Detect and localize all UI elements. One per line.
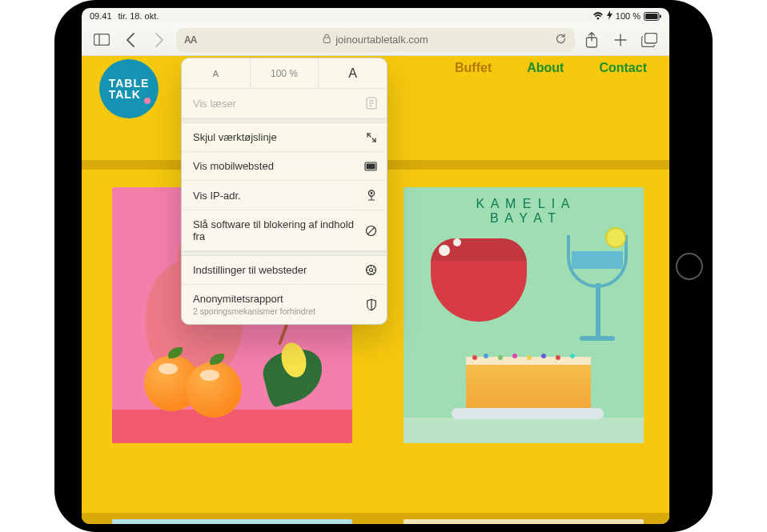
site-nav: Buffet About Contact xyxy=(455,61,647,75)
status-bar: 09.41 tir. 18. okt. 100 % xyxy=(82,8,669,24)
show-ip-row[interactable]: Vis IP-adr. xyxy=(182,181,387,210)
bowl-shine-illustration xyxy=(439,245,450,256)
site-logo[interactable]: TABLE TALK xyxy=(99,59,159,118)
sidebar-button[interactable] xyxy=(90,28,114,52)
nav-about[interactable]: About xyxy=(527,61,564,75)
show-reader-row: Vis læser xyxy=(182,89,387,118)
sprinkle-icon xyxy=(484,354,488,358)
glass-base-illustration xyxy=(580,336,615,341)
content-blockers-row[interactable]: Slå software til blokering af indhold fr… xyxy=(182,210,387,251)
card-peek-right[interactable] xyxy=(404,519,644,524)
url-text: joinourtabletalk.com xyxy=(335,34,428,46)
status-battery-text: 100 % xyxy=(616,11,641,21)
privacy-report-title: Anonymitetsrapport xyxy=(193,293,283,305)
expand-icon xyxy=(363,132,377,143)
ipad-frame: 09.41 tir. 18. okt. 100 % xyxy=(54,0,713,532)
svg-rect-3 xyxy=(94,34,110,46)
aa-button[interactable]: AA xyxy=(184,34,196,46)
lock-icon xyxy=(323,34,331,46)
hide-toolbar-label: Skjul værktøjslinje xyxy=(193,131,277,143)
svg-rect-13 xyxy=(367,163,375,169)
zoom-value: 100 % xyxy=(251,58,319,88)
status-time: 09.41 xyxy=(90,11,112,21)
safari-toolbar: AA joinourtabletalk.com xyxy=(82,24,669,56)
location-icon xyxy=(363,189,377,202)
hide-toolbar-row[interactable]: Skjul værktøjslinje xyxy=(182,123,387,152)
reader-icon xyxy=(363,97,377,110)
sprinkle-icon xyxy=(512,354,517,358)
show-ip-label: Vis IP-adr. xyxy=(193,190,241,202)
privacy-report-label: Anonymitetsrapport 2 sporingsmekanismer … xyxy=(193,293,315,316)
svg-rect-5 xyxy=(323,38,330,43)
status-date: tir. 18. okt. xyxy=(118,11,159,21)
orange-illustration xyxy=(186,362,242,418)
card-peek-left[interactable] xyxy=(112,519,352,524)
sprinkle-icon xyxy=(498,355,503,360)
svg-line-19 xyxy=(367,227,375,234)
nav-buffet[interactable]: Buffet xyxy=(455,61,492,75)
site-settings-label: Indstillinger til websteder xyxy=(193,264,307,276)
sprinkle-icon xyxy=(570,354,575,358)
svg-point-21 xyxy=(370,269,373,272)
blocker-off-icon xyxy=(363,225,377,237)
svg-rect-7 xyxy=(645,33,657,43)
zoom-in-button[interactable]: A xyxy=(319,58,387,88)
sprinkle-icon xyxy=(472,355,477,360)
glass-stem-illustration xyxy=(596,283,600,339)
screen: 09.41 tir. 18. okt. 100 % xyxy=(82,8,669,524)
sprinkle-icon xyxy=(541,354,546,358)
card-right-title: K A M E L I A B A Y A T xyxy=(404,197,644,226)
card-right[interactable]: K A M E L I A B A Y A T xyxy=(404,187,644,443)
cake-plate-illustration xyxy=(452,408,604,419)
logo-text: TABLE TALK xyxy=(109,78,150,100)
home-button[interactable] xyxy=(676,253,703,280)
privacy-report-subtitle: 2 sporingsmekanismer forhindret xyxy=(193,306,315,316)
settings-icon xyxy=(363,264,377,276)
logo-dot-icon xyxy=(144,98,151,104)
svg-point-15 xyxy=(371,192,373,194)
web-page: TABLE TALK Buffet About Contact S H xyxy=(82,56,669,524)
shield-icon xyxy=(363,298,377,311)
floor-illustration xyxy=(404,418,644,443)
forward-button xyxy=(147,28,171,52)
back-button[interactable] xyxy=(118,28,143,52)
cake-illustration xyxy=(466,362,591,408)
svg-rect-1 xyxy=(645,14,658,19)
sprinkle-icon xyxy=(527,355,532,360)
share-button[interactable] xyxy=(580,28,604,52)
card-right-title-line2: B A Y A T xyxy=(490,211,557,225)
lemon-illustration xyxy=(605,227,626,248)
svg-rect-2 xyxy=(660,14,661,18)
zoom-out-button[interactable]: A xyxy=(182,58,251,88)
show-reader-label: Vis læser xyxy=(193,98,236,110)
address-center: joinourtabletalk.com xyxy=(323,34,428,46)
new-tab-button[interactable] xyxy=(608,28,632,52)
zoom-row: A 100 % A xyxy=(182,58,387,89)
site-settings-row[interactable]: Indstillinger til websteder xyxy=(182,256,387,285)
wifi-icon xyxy=(592,12,604,20)
sprinkle-icon xyxy=(556,355,560,360)
request-mobile-label: Vis mobilwebsted xyxy=(193,160,274,172)
privacy-report-row[interactable]: Anonymitetsrapport 2 sporingsmekanismer … xyxy=(182,285,387,324)
nav-contact[interactable]: Contact xyxy=(599,61,647,75)
tabs-button[interactable] xyxy=(637,28,661,52)
plate-strip xyxy=(112,410,352,443)
reload-button[interactable] xyxy=(555,33,567,47)
address-field[interactable]: AA joinourtabletalk.com xyxy=(176,28,575,52)
bowl-illustration xyxy=(431,261,527,322)
card-right-title-line1: K A M E L I A xyxy=(476,197,572,210)
glass-ice-illustration xyxy=(572,251,623,269)
bowl-shine-illustration xyxy=(453,238,461,246)
content-blockers-label: Slå software til blokering af indhold fr… xyxy=(193,218,363,242)
battery-icon xyxy=(644,12,661,21)
aa-popover: A 100 % A Vis læser Skjul værktøjslinje xyxy=(181,58,388,325)
device-icon xyxy=(363,162,377,171)
request-mobile-row[interactable]: Vis mobilwebsted xyxy=(182,152,387,181)
charging-icon xyxy=(607,10,612,22)
